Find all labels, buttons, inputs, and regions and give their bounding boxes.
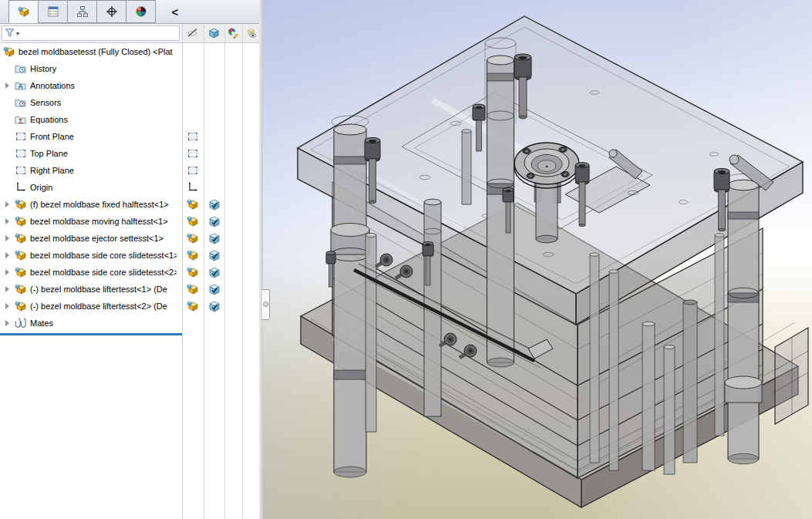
history-icon [15,62,27,75]
guide-pillar-left [331,116,369,477]
equations-icon [15,113,27,126]
tab-display-manager[interactable] [126,0,156,23]
display-pane-plane-icon[interactable] [187,130,199,143]
part-icon [187,266,199,278]
panel-tabs [8,0,155,23]
tree-item-front-plane[interactable]: Front Plane [0,128,263,145]
display-pane-cubecheck-icon[interactable] [208,300,221,312]
tree-filter-input[interactable] [19,26,179,40]
tree-item-lifter-2[interactable]: (-) bezel moldbase liftertesst<2> (De [0,298,263,315]
filter-row: ▾ [0,24,182,43]
tree-item-equations[interactable]: Equations [0,111,263,128]
expand-arrow-icon[interactable] [5,320,12,326]
part-icon [187,232,199,244]
tab-configurations[interactable] [67,0,97,23]
expand-arrow-icon[interactable] [5,269,12,275]
display-pane-cubecheck-icon[interactable] [208,266,221,278]
graphics-viewport[interactable] [263,0,812,519]
expand-arrow-icon[interactable] [5,218,12,224]
tree-item-origin[interactable]: Origin [0,179,263,196]
display-pane-part-icon[interactable] [187,300,199,312]
part-icon [15,232,27,244]
part-icon [15,300,27,312]
display-pane-plane-icon[interactable] [187,147,199,160]
tree-item-label: Right Plane [30,166,74,175]
tree-item-top-plane[interactable]: Top Plane [0,145,263,162]
part-icon [15,215,27,227]
display-pane-part-icon[interactable] [187,249,199,261]
origin-icon [15,181,27,194]
assembly-icon [18,5,30,18]
feature-tree: bezel moldbasetesst (Fully Closed) <Plat… [0,43,263,332]
history-icon [15,62,27,75]
display-pane-col-hide-show[interactable] [187,27,200,40]
tree-item-label: bezel moldbase moving halftesst<1> [30,217,168,226]
tree-item-lifter-1[interactable]: (-) bezel moldbase liftertesst<1> (De [0,281,263,298]
plane-icon [15,130,27,143]
panel-tab-strip: < [0,0,263,24]
filter-box[interactable]: ▾ [2,25,180,41]
tree-item-label: History [30,64,56,73]
tree-item-side-core-slide-1[interactable]: bezel moldbase side core slidetesst<1> [0,247,263,264]
tree-item-right-plane[interactable]: Right Plane [0,162,263,179]
splitter-handle[interactable] [262,289,270,320]
plane-icon [15,164,27,177]
cubecheck-icon [208,249,221,261]
display-pane-col-transparency[interactable] [246,27,259,40]
cubecheck-icon [208,300,221,312]
expand-arrow-icon[interactable] [5,235,12,241]
part-icon [187,215,199,227]
display-pane-headers [182,24,263,43]
expand-arrow-icon[interactable] [5,303,12,309]
tree-item-ejector-set[interactable]: bezel moldbase ejector settesst<1> [0,230,263,247]
tree-item-annotations[interactable]: Annotations [0,77,263,94]
tree-item-root[interactable]: bezel moldbasetesst (Fully Closed) <Plat [0,43,263,60]
part-icon [15,266,27,278]
plane-icon [187,147,199,160]
tree-item-side-core-slide-2[interactable]: bezel moldbase side core slidetesst<2> [0,264,263,281]
tab-properties[interactable] [38,0,68,23]
display-pane-col-appearance[interactable] [227,27,241,40]
part-icon [15,283,27,295]
display-pane-cubecheck-icon[interactable] [208,249,221,261]
tree-item-sensors[interactable]: Sensors [0,94,263,111]
display-pane-part-icon[interactable] [187,232,199,244]
tree-item-fixed-half[interactable]: (f) bezel moldbase fixed halftesst<1> [0,196,263,213]
tree-item-label: bezel moldbase ejector settesst<1> [30,234,163,243]
display-pane-plane-icon[interactable] [187,164,199,177]
collapse-panel-button[interactable]: < [168,6,182,18]
tree-item-label: Mates [30,318,53,328]
tab-features[interactable] [8,0,39,23]
display-pane-cubecheck-icon[interactable] [208,283,221,295]
filter-icon[interactable] [5,28,15,39]
cube-icon [208,27,220,39]
display-pane-part-icon[interactable] [187,266,199,278]
tree-item-history[interactable]: History [0,60,263,77]
sensors-icon [15,96,27,109]
display-pane-cubecheck-icon[interactable] [208,232,221,244]
tree-item-mates[interactable]: Mates [0,315,263,332]
part-icon [15,198,27,211]
tree-item-label: Top Plane [30,149,68,158]
tab-dimxpert[interactable] [96,0,126,23]
expand-arrow-icon[interactable] [5,83,12,89]
mates-icon [15,317,27,329]
expand-arrow-icon[interactable] [5,252,12,258]
plane-icon [187,130,199,143]
panel-viewport-splitter[interactable] [259,0,263,519]
cubecheck-icon [208,215,221,227]
part-icon [187,249,199,261]
tree-item-moving-half[interactable]: bezel moldbase moving halftesst<1> [0,213,263,230]
display-pane-cubecheck-icon[interactable] [208,215,221,227]
display-pane-col-display-mode[interactable] [208,27,221,40]
part-icon [15,249,27,261]
display-pane-part-icon[interactable] [187,283,199,295]
display-pane-origin-icon[interactable] [187,181,199,194]
display-pane-part-icon[interactable] [187,215,199,227]
dimxpert-icon [106,5,118,18]
expand-arrow-icon[interactable] [5,286,12,292]
display-pane-cubecheck-icon[interactable] [208,198,221,211]
display-pane-part-icon[interactable] [187,198,199,211]
expand-arrow-icon[interactable] [5,201,12,207]
tree-item-label: Annotations [30,81,75,90]
